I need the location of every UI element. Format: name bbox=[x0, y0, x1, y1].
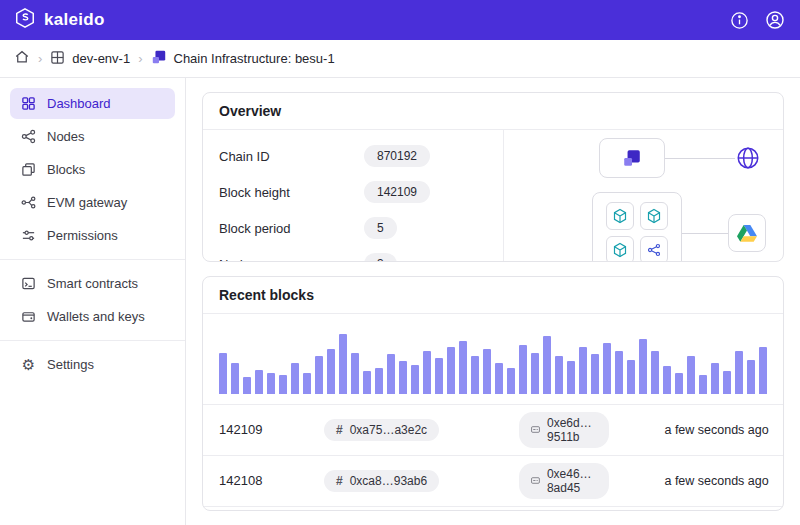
block-hash-pill[interactable]: # 0xa75…a3e2c bbox=[324, 419, 439, 441]
sidebar-item-label: Settings bbox=[47, 357, 94, 372]
node-group-box bbox=[592, 192, 682, 262]
drive-box bbox=[728, 214, 766, 252]
chart-bar bbox=[315, 356, 323, 393]
sidebar-item-smart-contracts[interactable]: Smart contracts bbox=[10, 268, 175, 299]
stat-value-pill: 142109 bbox=[364, 181, 430, 203]
stat-label: Block height bbox=[219, 185, 364, 200]
chart-bar bbox=[459, 341, 467, 394]
breadcrumb-home[interactable] bbox=[14, 49, 30, 68]
topbar-actions bbox=[728, 9, 786, 31]
chart-bar bbox=[663, 366, 671, 393]
overview-body: Chain ID 870192 Block height 142109 Bloc… bbox=[203, 130, 783, 262]
chart-bar bbox=[303, 373, 311, 393]
block-height: 142108 bbox=[219, 473, 324, 488]
chart-bar bbox=[483, 349, 491, 393]
chart-bar bbox=[699, 375, 707, 394]
block-hash-pill[interactable]: # 0xca8…93ab6 bbox=[324, 470, 439, 492]
chart-bar bbox=[555, 356, 563, 393]
chart-bar bbox=[435, 358, 443, 393]
block-address-pill[interactable]: 0xe6d…9511b bbox=[519, 412, 609, 448]
stat-row-block-period: Block period 5 bbox=[219, 210, 487, 246]
sidebar: Dashboard Nodes Blocks bbox=[0, 78, 186, 525]
block-address: 0xe6d…9511b bbox=[547, 416, 597, 444]
sidebar-item-label: EVM gateway bbox=[47, 195, 127, 210]
sidebar-item-nodes[interactable]: Nodes bbox=[10, 121, 175, 152]
breadcrumb: › dev-env-1 › Chain Infrastructure: besu… bbox=[0, 40, 800, 78]
chain-node-box bbox=[599, 138, 665, 178]
address-card-icon bbox=[531, 475, 540, 486]
table-row[interactable]: 142107 # 0xd6b…5238a 0xce3…a45e2 a few s… bbox=[203, 506, 783, 511]
sidebar-item-evm-gateway[interactable]: EVM gateway bbox=[10, 187, 175, 218]
chart-bar bbox=[351, 353, 359, 394]
address-card-icon bbox=[531, 424, 540, 435]
body: Dashboard Nodes Blocks bbox=[0, 78, 800, 525]
stat-label: Nodes bbox=[219, 257, 364, 262]
sidebar-item-dashboard[interactable]: Dashboard bbox=[10, 88, 175, 119]
sidebar-item-label: Dashboard bbox=[47, 96, 111, 111]
share-icon bbox=[640, 236, 668, 262]
chevron-right-icon: › bbox=[138, 51, 142, 66]
breadcrumb-environment-label: dev-env-1 bbox=[72, 51, 130, 66]
chart-bar bbox=[411, 365, 419, 394]
table-row[interactable]: 142109 # 0xa75…a3e2c 0xe6d…9511b a few s… bbox=[203, 404, 783, 455]
chart-bar bbox=[471, 356, 479, 393]
chart-bar bbox=[543, 336, 551, 394]
recent-blocks-title: Recent blocks bbox=[203, 277, 783, 314]
permissions-icon bbox=[20, 228, 37, 243]
chain-icon bbox=[622, 148, 642, 168]
chart-bar bbox=[339, 334, 347, 394]
account-icon[interactable] bbox=[764, 9, 786, 31]
chart-bar bbox=[507, 368, 515, 394]
stat-row-block-height: Block height 142109 bbox=[219, 174, 487, 210]
kaleido-logo-icon bbox=[14, 7, 36, 33]
environment-grid-icon bbox=[50, 50, 65, 68]
wallets-icon bbox=[20, 309, 37, 324]
dashboard-icon bbox=[20, 96, 37, 111]
besu-node-icon bbox=[606, 236, 634, 262]
overview-card-title: Overview bbox=[203, 93, 783, 130]
sidebar-item-label: Wallets and keys bbox=[47, 309, 145, 324]
sidebar-item-blocks[interactable]: Blocks bbox=[10, 154, 175, 185]
breadcrumb-environment[interactable]: dev-env-1 bbox=[50, 50, 130, 68]
block-height: 142109 bbox=[219, 422, 324, 437]
block-time: a few seconds ago bbox=[609, 423, 769, 437]
stat-label: Chain ID bbox=[219, 149, 364, 164]
chevron-right-icon: › bbox=[38, 51, 42, 66]
stat-label: Block period bbox=[219, 221, 364, 236]
chart-bar bbox=[231, 363, 239, 394]
chart-bar bbox=[759, 347, 767, 393]
chart-bar bbox=[279, 375, 287, 394]
stat-value-pill: 3 bbox=[364, 253, 397, 262]
chart-bar bbox=[567, 361, 575, 394]
node-grid bbox=[606, 202, 668, 262]
drive-icon bbox=[737, 224, 757, 242]
table-row[interactable]: 142108 # 0xca8…93ab6 0xe46…8ad45 a few s… bbox=[203, 455, 783, 506]
contracts-icon bbox=[20, 276, 37, 291]
sidebar-item-permissions[interactable]: Permissions bbox=[10, 220, 175, 251]
sidebar-item-wallets-and-keys[interactable]: Wallets and keys bbox=[10, 301, 175, 332]
sidebar-item-label: Permissions bbox=[47, 228, 118, 243]
topology-diagram bbox=[503, 130, 783, 262]
chart-bar bbox=[291, 363, 299, 394]
chart-bar bbox=[375, 368, 383, 394]
chart-bar bbox=[399, 361, 407, 394]
recent-blocks-table: 142109 # 0xa75…a3e2c 0xe6d…9511b a few s… bbox=[203, 404, 783, 511]
breadcrumb-chain[interactable]: Chain Infrastructure: besu-1 bbox=[151, 49, 335, 68]
block-address-pill[interactable]: 0xe46…8ad45 bbox=[519, 463, 609, 499]
chart-bar bbox=[579, 347, 587, 393]
chart-bar bbox=[531, 353, 539, 394]
breadcrumb-chain-label: Chain Infrastructure: besu-1 bbox=[174, 51, 335, 66]
connector-line bbox=[665, 158, 735, 159]
chart-bar bbox=[723, 371, 731, 393]
sidebar-item-settings[interactable]: ⚙ Settings bbox=[10, 349, 175, 380]
brand[interactable]: kaleido bbox=[14, 7, 105, 33]
overview-stats: Chain ID 870192 Block height 142109 Bloc… bbox=[203, 130, 503, 262]
sidebar-item-label: Smart contracts bbox=[47, 276, 138, 291]
stat-row-chain-id: Chain ID 870192 bbox=[219, 138, 487, 174]
chart-bar bbox=[447, 347, 455, 393]
chart-bar bbox=[243, 377, 251, 394]
info-icon[interactable] bbox=[728, 9, 750, 31]
app-window: kaleido › bbox=[0, 0, 800, 525]
chart-bar bbox=[603, 343, 611, 394]
chart-bar bbox=[615, 351, 623, 394]
